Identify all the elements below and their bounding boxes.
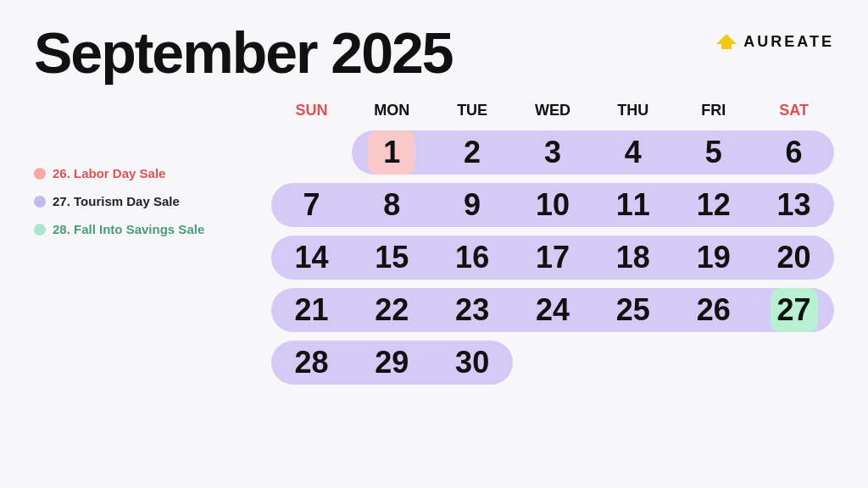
cal-day-26: 26	[673, 286, 754, 335]
day-header-sat: SAT	[754, 98, 834, 123]
cal-day-12: 12	[673, 180, 754, 230]
svg-marker-1	[718, 36, 735, 43]
legend-item-tourism-day: 27. Tourism Day Sale	[34, 194, 271, 208]
cal-day-empty-2	[513, 338, 593, 387]
cal-day-29: 29	[352, 338, 432, 387]
day-header-fri: FRI	[673, 98, 754, 123]
cal-day-13: 13	[754, 180, 834, 230]
cal-day-9: 9	[432, 180, 513, 230]
logo: AUREATE	[715, 32, 834, 51]
main-content: 26. Labor Day Sale 27. Tourism Day Sale …	[0, 81, 868, 391]
cal-day-5: 5	[673, 128, 754, 177]
day-header-mon: MON	[352, 98, 432, 123]
month-title: September 2025	[34, 24, 453, 81]
legend-color-tourism-day	[34, 196, 46, 208]
cal-day-25: 25	[593, 286, 673, 335]
cal-day-3: 3	[513, 128, 593, 177]
cal-day-21: 21	[271, 286, 352, 335]
cal-day-24: 24	[513, 286, 593, 335]
day-header-wed: WED	[513, 98, 593, 123]
cal-day-empty-4	[673, 338, 754, 387]
cal-day-10: 10	[513, 180, 593, 230]
cal-day-18: 18	[593, 233, 673, 282]
legend-label-fall-savings: 28. Fall Into Savings Sale	[53, 222, 204, 236]
cal-day-4: 4	[593, 128, 673, 177]
cal-day-20: 20	[754, 233, 834, 282]
cal-day-19: 19	[673, 233, 754, 282]
calendar-week-2: 7 8 9 10 11 12 13	[271, 180, 834, 230]
legend-item-fall-savings: 28. Fall Into Savings Sale	[34, 222, 271, 236]
cal-day-14: 14	[271, 233, 352, 282]
page-header: September 2025 AUREATE	[0, 0, 868, 81]
legend-label-tourism-day: 27. Tourism Day Sale	[53, 194, 180, 208]
cal-day-empty-5	[754, 338, 834, 387]
cal-day-17: 17	[513, 233, 593, 282]
day-header-thu: THU	[593, 98, 673, 123]
legend-color-fall-savings	[34, 224, 46, 236]
cal-day-11: 11	[593, 180, 673, 230]
cal-day-23: 23	[432, 286, 513, 335]
calendar-header: SUN MON TUE WED THU FRI SAT	[271, 98, 834, 123]
cal-day-7: 7	[271, 180, 352, 230]
cal-day-22: 22	[352, 286, 432, 335]
cal-day-2: 2	[432, 128, 513, 177]
legend-label-labor-day: 26. Labor Day Sale	[53, 166, 165, 180]
cal-day-8: 8	[352, 180, 432, 230]
calendar-week-3: 14 15 16 17 18 19 20	[271, 233, 834, 282]
cal-day-empty-1	[271, 128, 352, 177]
legend-color-labor-day	[34, 168, 46, 180]
cal-day-28: 28	[271, 338, 352, 387]
legend-panel: 26. Labor Day Sale 27. Tourism Day Sale …	[34, 98, 271, 391]
cal-day-empty-3	[593, 338, 673, 387]
day-header-tue: TUE	[432, 98, 513, 123]
day-header-sun: SUN	[271, 98, 352, 123]
cal-day-15: 15	[352, 233, 432, 282]
logo-text: AUREATE	[743, 33, 834, 51]
calendar: SUN MON TUE WED THU FRI SAT 1 2 3 4 5 6	[271, 98, 834, 391]
cal-day-6: 6	[754, 128, 834, 177]
cal-day-16: 16	[432, 233, 513, 282]
cal-day-1: 1	[352, 128, 432, 177]
calendar-week-5: 28 29 30	[271, 338, 834, 387]
cal-day-27: 27	[754, 286, 834, 335]
calendar-week-4: 21 22 23 24 25 26 27	[271, 286, 834, 335]
aureate-logo-icon	[715, 32, 738, 51]
calendar-week-1: 1 2 3 4 5 6	[271, 128, 834, 177]
legend-item-labor-day: 26. Labor Day Sale	[34, 166, 271, 180]
cal-day-30: 30	[432, 338, 513, 387]
